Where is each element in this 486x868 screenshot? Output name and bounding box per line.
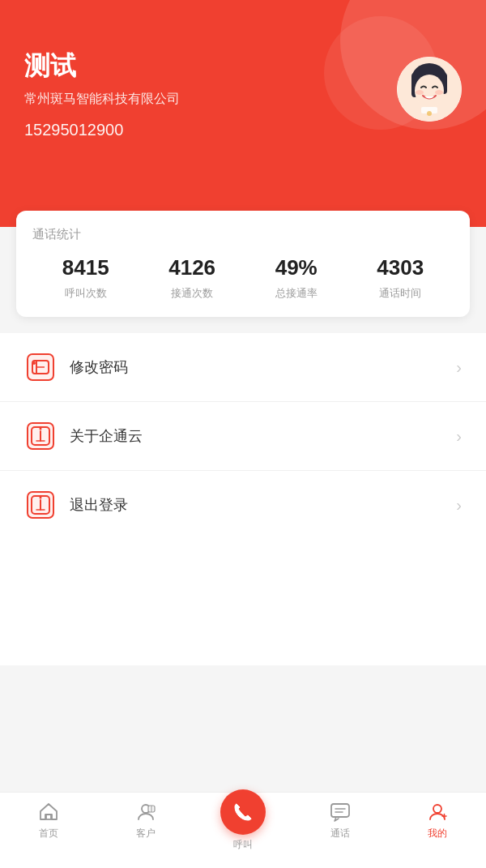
stat-calls-label: 呼叫次数	[65, 287, 107, 299]
arrow-icon-about: ›	[456, 427, 462, 446]
stat-calls: 8415 呼叫次数	[62, 255, 109, 301]
arrow-icon-password: ›	[456, 358, 462, 377]
stat-connected: 4126 接通次数	[168, 255, 215, 301]
stat-rate-label: 总接通率	[275, 287, 318, 299]
menu-label-logout: 退出登录	[70, 495, 456, 515]
stat-rate: 49% 总接通率	[275, 255, 318, 301]
menu-label-password: 修改密码	[70, 357, 456, 377]
call-icon[interactable]	[220, 789, 266, 835]
nav-chat[interactable]: 通话	[292, 801, 389, 852]
menu-item-about[interactable]: 关于企通云 ›	[0, 402, 486, 471]
stats-row: 8415 呼叫次数 4126 接通次数 49% 总接通率 4303 通话时间	[32, 255, 454, 301]
svg-rect-24	[46, 815, 51, 819]
stats-title: 通话统计	[32, 227, 454, 242]
nav-call-label: 呼叫	[233, 838, 253, 852]
password-icon	[24, 351, 57, 383]
customer-icon	[134, 801, 157, 823]
stat-duration-value: 4303	[377, 255, 424, 280]
home-icon	[37, 801, 60, 823]
svg-point-22	[40, 497, 42, 499]
stat-duration-label: 通话时间	[379, 287, 421, 299]
user-name: 测试	[24, 49, 180, 84]
nav-mine[interactable]: 我的	[389, 801, 486, 852]
stats-card: 通话统计 8415 呼叫次数 4126 接通次数 49% 总接通率 4303 通…	[16, 211, 470, 317]
svg-point-6	[435, 90, 443, 95]
menu-label-about: 关于企通云	[70, 426, 456, 446]
nav-call[interactable]: 呼叫	[194, 801, 292, 852]
svg-point-17	[40, 428, 42, 430]
phone-number: 15295012900	[24, 121, 180, 139]
svg-rect-28	[331, 804, 349, 817]
nav-chat-label: 通话	[330, 827, 350, 840]
stat-connected-label: 接通次数	[171, 287, 213, 299]
company-name: 常州斑马智能科技有限公司	[24, 91, 180, 108]
nav-customer-label: 客户	[136, 827, 156, 840]
avatar	[397, 57, 462, 122]
svg-point-31	[433, 805, 441, 813]
bottom-nav: 首页 客户 呼叫	[0, 792, 486, 868]
arrow-icon-logout: ›	[456, 496, 462, 515]
menu-item-logout[interactable]: 退出登录 ›	[0, 471, 486, 539]
header: 测试 常州斑马智能科技有限公司 15295012900	[0, 0, 486, 227]
svg-point-8	[427, 111, 432, 116]
stat-rate-value: 49%	[275, 255, 318, 280]
stat-connected-value: 4126	[168, 255, 215, 280]
svg-point-5	[416, 90, 424, 95]
stat-calls-value: 8415	[62, 255, 109, 280]
chat-icon	[329, 801, 352, 823]
menu-item-password[interactable]: 修改密码 ›	[0, 333, 486, 402]
logout-icon	[24, 489, 57, 521]
mine-icon	[426, 801, 449, 823]
nav-mine-label: 我的	[428, 827, 447, 840]
menu-section: 修改密码 › 关于企通云 › 退出	[0, 333, 486, 665]
nav-customer[interactable]: 客户	[97, 801, 194, 852]
stat-duration: 4303 通话时间	[377, 255, 424, 301]
about-icon	[24, 420, 57, 452]
nav-home-label: 首页	[39, 827, 58, 840]
nav-home[interactable]: 首页	[0, 801, 97, 852]
svg-point-13	[32, 361, 36, 365]
